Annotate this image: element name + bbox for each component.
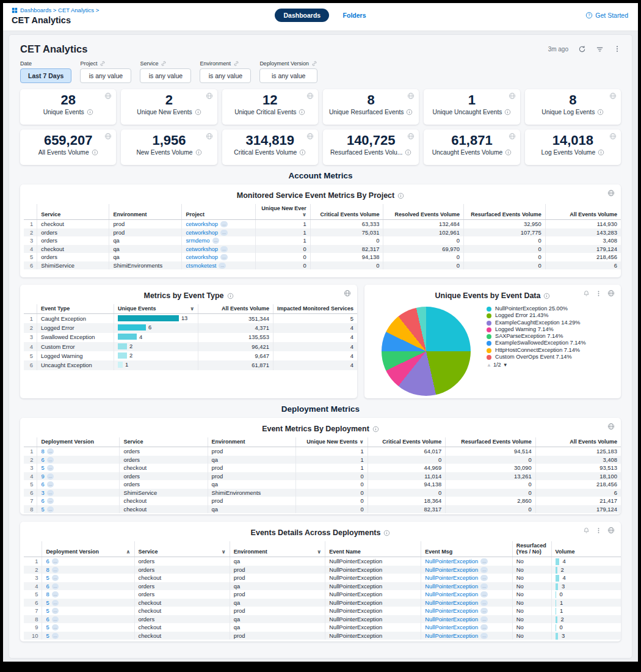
col-header-unique-new-ever[interactable]: Unique New Ever∨ xyxy=(255,204,310,220)
cell-link[interactable]: 6 xyxy=(46,583,49,590)
ellipsis-icon[interactable]: ... xyxy=(212,238,220,244)
cell-link[interactable]: cetworkshop xyxy=(186,221,218,227)
sort-desc-icon[interactable]: ∨ xyxy=(317,549,321,555)
filter-value-chip[interactable]: is any value xyxy=(259,68,317,83)
ellipsis-icon[interactable]: ... xyxy=(480,624,488,630)
cell-link[interactable]: 6 xyxy=(46,558,49,564)
col-header-resurfaced-events-volume[interactable]: Resurfaced Events Volume xyxy=(463,204,545,220)
col-header-impacted-monitored-services[interactable]: Impacted Monitored Services xyxy=(273,304,357,314)
globe-icon[interactable] xyxy=(609,133,617,140)
globe-icon[interactable] xyxy=(607,423,615,430)
ellipsis-icon[interactable]: ... xyxy=(47,506,54,513)
globe-icon[interactable] xyxy=(306,133,314,140)
info-icon[interactable] xyxy=(597,109,604,115)
ellipsis-icon[interactable]: ... xyxy=(52,567,59,573)
ellipsis-icon[interactable]: ... xyxy=(52,608,59,614)
col-header-all-events-volume[interactable]: All Events Volume xyxy=(535,437,621,447)
sort-asc-icon[interactable]: ∧ xyxy=(126,549,131,555)
cell-link[interactable]: 5 xyxy=(46,624,49,630)
cell-link[interactable]: NullPointerException xyxy=(425,566,478,573)
cell-link[interactable]: NullPointerException xyxy=(425,574,478,581)
cell-link[interactable]: 5 xyxy=(46,574,49,581)
cell-link[interactable]: NullPointerException xyxy=(425,607,478,614)
cell-link[interactable]: cetworkshop xyxy=(186,254,218,260)
ellipsis-icon[interactable]: ... xyxy=(52,633,59,639)
col-header-event-msg[interactable]: Event Msg xyxy=(421,541,512,557)
cell-link[interactable]: 5 xyxy=(46,599,49,606)
ellipsis-icon[interactable]: ... xyxy=(52,575,59,581)
globe-icon[interactable] xyxy=(407,92,415,100)
info-icon[interactable] xyxy=(92,149,98,156)
info-icon[interactable] xyxy=(504,109,511,115)
ellipsis-icon[interactable]: ... xyxy=(480,567,488,573)
ellipsis-icon[interactable]: ... xyxy=(480,583,488,590)
ellipsis-icon[interactable]: ... xyxy=(480,608,488,614)
get-started-link[interactable]: ? Get Started xyxy=(585,12,628,19)
col-header-deployment-version[interactable]: Deployment Version∧ xyxy=(42,541,134,557)
filter-value-chip[interactable]: is any value xyxy=(200,68,251,83)
ellipsis-icon[interactable]: ... xyxy=(52,583,59,590)
col-header-environment[interactable]: Environment∨ xyxy=(230,541,325,557)
globe-icon[interactable] xyxy=(609,92,617,100)
sort-desc-icon[interactable]: ∨ xyxy=(302,211,306,217)
bell-icon[interactable] xyxy=(583,527,590,534)
pie-chart[interactable] xyxy=(382,307,471,396)
info-icon[interactable] xyxy=(397,192,404,199)
cell-link[interactable]: 9 xyxy=(41,473,44,480)
info-icon[interactable] xyxy=(406,109,413,115)
globe-icon[interactable] xyxy=(607,527,615,534)
cell-link[interactable]: NullPointerException xyxy=(425,616,478,623)
ellipsis-icon[interactable]: ... xyxy=(47,473,54,480)
col-header-service[interactable]: Service xyxy=(120,437,208,447)
cell-link[interactable]: ctsmoketest xyxy=(186,262,216,269)
sort-desc-icon[interactable]: ∨ xyxy=(360,439,364,445)
col-header-deployment-version[interactable]: Deployment Version xyxy=(37,437,120,447)
cell-link[interactable]: NullPointerException xyxy=(425,591,478,597)
globe-icon[interactable] xyxy=(407,133,415,140)
sort-desc-icon[interactable]: ∨ xyxy=(190,305,194,312)
cell-link[interactable]: 8 xyxy=(46,566,49,573)
col-header-environment[interactable]: Environment xyxy=(109,204,182,220)
filter-value-chip[interactable]: Last 7 Days xyxy=(20,68,71,83)
globe-icon[interactable] xyxy=(607,189,615,197)
col-header-volume[interactable]: Volume xyxy=(551,541,621,557)
kebab-icon[interactable] xyxy=(595,290,602,297)
col-header-resurfaced-yes-no[interactable]: Resurfaced(Yes / No) xyxy=(512,541,551,557)
cell-link[interactable]: NullPointerException xyxy=(425,632,478,639)
globe-icon[interactable] xyxy=(306,92,314,100)
globe-icon[interactable] xyxy=(206,92,213,100)
globe-icon[interactable] xyxy=(509,92,516,100)
col-header-environment[interactable]: Environment xyxy=(208,437,296,447)
ellipsis-icon[interactable]: ... xyxy=(47,457,54,463)
col-header-all-events-volume[interactable]: All Events Volume xyxy=(545,204,621,220)
cell-link[interactable]: 5 xyxy=(41,506,44,513)
col-header-event-type[interactable]: Event Type xyxy=(37,304,114,314)
ellipsis-icon[interactable]: ... xyxy=(220,230,228,236)
info-icon[interactable] xyxy=(372,426,379,433)
info-icon[interactable] xyxy=(87,109,93,115)
info-icon[interactable] xyxy=(299,109,305,115)
col-header-all-events-volume[interactable]: All Events Volume xyxy=(198,304,273,314)
cell-link[interactable]: 5 xyxy=(46,632,49,639)
ellipsis-icon[interactable]: ... xyxy=(220,246,228,252)
ellipsis-icon[interactable]: ... xyxy=(52,600,59,606)
ellipsis-icon[interactable]: ... xyxy=(480,600,488,606)
globe-icon[interactable] xyxy=(104,133,112,140)
cell-link[interactable]: 6 xyxy=(46,616,49,623)
info-icon[interactable] xyxy=(299,149,306,156)
col-header-resolved-events-volume[interactable]: Resolved Events Volume xyxy=(383,204,464,220)
col-header-resurfaced-events-volume[interactable]: Resurfaced Events Volume xyxy=(446,437,536,447)
globe-icon[interactable] xyxy=(607,290,615,297)
col-header-service[interactable]: Service∨ xyxy=(134,541,230,557)
ellipsis-icon[interactable]: ... xyxy=(219,263,226,269)
refresh-icon[interactable] xyxy=(578,45,586,53)
kebab-icon[interactable] xyxy=(595,527,602,534)
cell-link[interactable]: NullPointerException xyxy=(425,583,478,590)
ellipsis-icon[interactable]: ... xyxy=(47,498,54,504)
cell-link[interactable]: 6 xyxy=(41,481,44,488)
ellipsis-icon[interactable]: ... xyxy=(52,616,59,623)
kebab-icon[interactable] xyxy=(614,45,621,53)
info-icon[interactable] xyxy=(405,149,411,156)
legend-prev-icon[interactable]: ▲ xyxy=(487,362,491,368)
cell-link[interactable]: 5 xyxy=(46,607,49,614)
